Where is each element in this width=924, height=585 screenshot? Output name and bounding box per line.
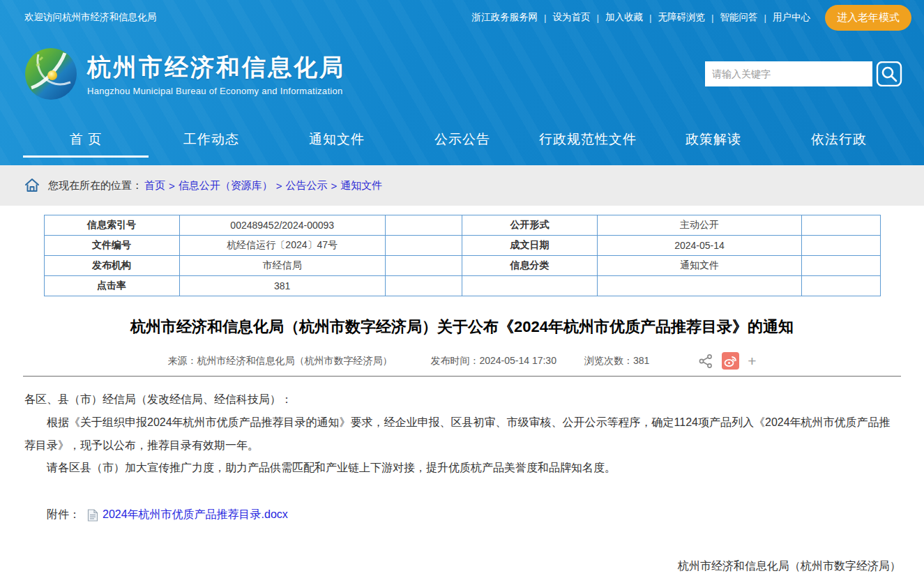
doc-icon: [87, 509, 98, 522]
breadcrumb-separator: >: [169, 180, 175, 192]
separator: |: [764, 13, 766, 23]
table-row: 点击率 381: [44, 276, 880, 296]
site-logo-icon: [24, 47, 77, 100]
nav-item-regulatory-docs[interactable]: 行政规范性文件: [525, 113, 651, 165]
table-row: 信息索引号 002489452/2024-00093 公开形式 主动公开: [44, 215, 880, 236]
article-signature-block: 杭州市经济和信息化局（杭州市数字经济局） 2024年5月13日: [23, 552, 901, 585]
attachment-link[interactable]: 2024年杭州市优质产品推荐目录.docx: [103, 508, 288, 522]
topbar-link-add-favorite[interactable]: 加入收藏: [605, 11, 643, 24]
spacer-cell: [801, 236, 880, 256]
weibo-icon[interactable]: [722, 352, 739, 370]
click-rate-label: 点击率: [44, 276, 179, 296]
signature-date: 2024年5月13日: [23, 581, 901, 585]
breadcrumb-link-notices[interactable]: 通知文件: [340, 179, 382, 192]
nav-item-home[interactable]: 首 页: [23, 113, 149, 165]
site-brand[interactable]: 杭州市经济和信息化局 Hangzhou Municipal Bureau of …: [24, 47, 345, 100]
breadcrumb: 您现在所在的位置： 首页 > 信息公开（资源库） > 公告公示 > 通知文件: [0, 165, 924, 206]
welcome-text: 欢迎访问杭州市经济和信息化局: [24, 11, 156, 24]
breadcrumb-separator: >: [276, 180, 282, 192]
breadcrumb-prefix: 您现在所在的位置：: [48, 179, 142, 192]
nav-item-work-news[interactable]: 工作动态: [149, 113, 274, 165]
search-input[interactable]: [705, 61, 872, 86]
divider: [23, 376, 901, 377]
plus-icon[interactable]: +: [748, 354, 756, 368]
article-paragraph: 根据《关于组织申报2024年杭州市优质产品推荐目录的通知》要求，经企业申报、区县…: [24, 411, 900, 457]
spacer-cell: [385, 215, 462, 236]
site-titles: 杭州市经济和信息化局 Hangzhou Municipal Bureau of …: [87, 52, 345, 96]
article-paragraph: 各区、县（市）经信局（发改经信局、经信科技局）：: [24, 388, 900, 411]
issuer-value: 市经信局: [179, 256, 385, 276]
article-meta: 来源：杭州市经济和信息化局（杭州市数字经济局） 发布时间：2024-05-14 …: [0, 352, 924, 370]
topbar-link-user-center[interactable]: 用户中心: [773, 11, 810, 24]
site-header: 欢迎访问杭州市经济和信息化局 浙江政务服务网 | 设为首页 | 加入收藏 | 无…: [0, 0, 924, 165]
topbar: 欢迎访问杭州市经济和信息化局 浙江政务服务网 | 设为首页 | 加入收藏 | 无…: [0, 0, 924, 35]
breadcrumb-link-announcements[interactable]: 公告公示: [286, 179, 328, 192]
spacer-cell: [801, 276, 880, 296]
separator: |: [649, 13, 652, 23]
info-index-label: 信息索引号: [44, 215, 179, 236]
main-nav: 首 页 工作动态 通知文件 公示公告 行政规范性文件 政策解读 依法行政: [0, 113, 924, 165]
signature-agency: 杭州市经济和信息化局（杭州市数字经济局）: [23, 552, 901, 581]
info-index-value: 002489452/2024-00093: [179, 215, 385, 236]
table-row: 文件编号 杭经信运行〔2024〕47号 成文日期 2024-05-14: [44, 236, 880, 256]
home-icon[interactable]: [24, 178, 40, 193]
nav-label: 政策解读: [686, 130, 741, 149]
article-title: 杭州市经济和信息化局（杭州市数字经济局）关于公布《2024年杭州市优质产品推荐目…: [28, 317, 896, 337]
nav-item-law-administration[interactable]: 依法行政: [776, 113, 902, 165]
topbar-link-zhejiang-service[interactable]: 浙江政务服务网: [471, 11, 538, 24]
search-button[interactable]: [875, 61, 903, 86]
topbar-link-smart-qa[interactable]: 智能问答: [720, 11, 757, 24]
search-bar: [705, 61, 903, 86]
nav-label: 行政规范性文件: [539, 130, 637, 149]
nav-item-announcements[interactable]: 公示公告: [400, 113, 525, 165]
article-body: 各区、县（市）经信局（发改经信局、经信科技局）： 根据《关于组织申报2024年杭…: [24, 388, 900, 480]
spacer-cell: [385, 276, 462, 296]
site-subtitle: Hangzhou Municipal Bureau of Economy and…: [87, 86, 345, 96]
site-title: 杭州市经济和信息化局: [87, 52, 345, 84]
nav-label: 公示公告: [434, 130, 490, 149]
nav-label: 通知文件: [309, 130, 365, 149]
doc-number-value: 杭经信运行〔2024〕47号: [179, 236, 385, 256]
issue-date-label: 成文日期: [462, 236, 597, 256]
separator: |: [596, 13, 599, 23]
issue-date-value: 2024-05-14: [598, 236, 802, 256]
document-info-table: 信息索引号 002489452/2024-00093 公开形式 主动公开 文件编…: [44, 215, 881, 296]
empty-label: [462, 276, 597, 296]
separator: |: [544, 13, 547, 23]
issuer-label: 发布机构: [44, 256, 179, 276]
nav-label: 工作动态: [183, 130, 239, 149]
breadcrumb-separator: >: [331, 180, 338, 192]
info-category-value: 通知文件: [598, 256, 802, 276]
spacer-cell: [801, 215, 880, 236]
nav-item-policy-interpretation[interactable]: 政策解读: [651, 113, 776, 165]
elder-mode-button[interactable]: 进入老年模式: [825, 5, 911, 31]
info-category-label: 信息分类: [462, 256, 597, 276]
doc-number-label: 文件编号: [44, 236, 179, 256]
separator: |: [711, 13, 714, 23]
spacer-cell: [385, 256, 462, 276]
search-icon: [876, 61, 902, 86]
open-form-value: 主动公开: [598, 215, 802, 236]
table-row: 发布机构 市经信局 信息分类 通知文件: [44, 256, 880, 276]
click-rate-value: 381: [179, 276, 385, 296]
empty-value: [598, 276, 802, 296]
share-icon[interactable]: [698, 354, 713, 369]
article-paragraph: 请各区县（市）加大宣传推广力度，助力产品供需匹配和产业链上下游对接，提升优质杭产…: [24, 457, 900, 480]
open-form-label: 公开形式: [462, 215, 597, 236]
nav-item-notices[interactable]: 通知文件: [274, 113, 400, 165]
topbar-link-accessibility[interactable]: 无障碍浏览: [658, 11, 705, 24]
breadcrumb-link-info-disclosure[interactable]: 信息公开（资源库）: [179, 179, 273, 192]
nav-label: 首 页: [70, 130, 102, 149]
article-view-count: 浏览次数：381: [584, 355, 649, 367]
article-source: 来源：杭州市经济和信息化局（杭州市数字经济局）: [167, 355, 392, 367]
spacer-cell: [801, 256, 880, 276]
share-tools: +: [698, 352, 756, 370]
attachment-row: 附件： 2024年杭州市优质产品推荐目录.docx: [47, 508, 900, 522]
breadcrumb-link-home[interactable]: 首页: [144, 179, 165, 192]
topbar-links: 浙江政务服务网 | 设为首页 | 加入收藏 | 无障碍浏览 | 智能问答 | 用…: [471, 5, 911, 31]
nav-label: 依法行政: [811, 130, 867, 149]
attachment-label: 附件：: [47, 508, 80, 522]
article-publish-time: 发布时间：2024-05-14 17:30: [430, 355, 556, 367]
topbar-link-set-homepage[interactable]: 设为首页: [552, 11, 590, 24]
masthead: 杭州市经济和信息化局 Hangzhou Municipal Bureau of …: [0, 35, 924, 113]
